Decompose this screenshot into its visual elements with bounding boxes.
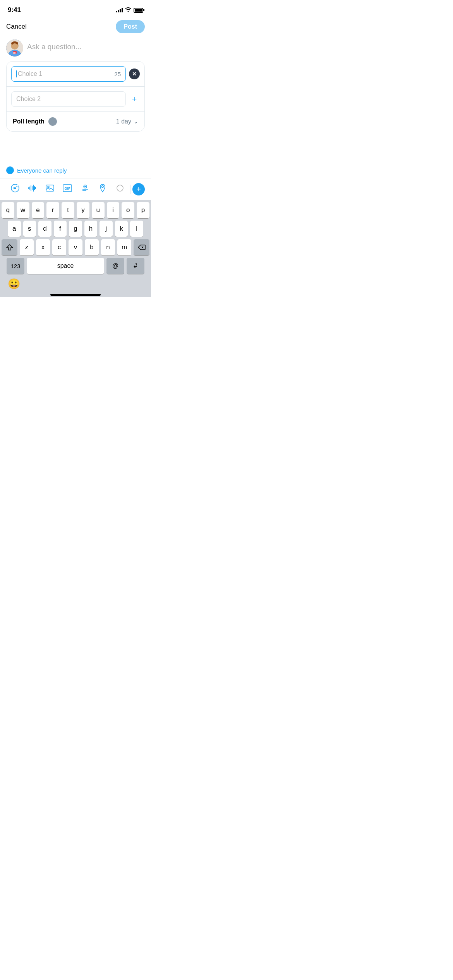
location-button[interactable] [94,182,111,196]
backspace-key[interactable] [134,239,149,255]
key-r[interactable]: r [46,202,59,218]
gif-button[interactable]: GIF [59,183,76,195]
header: Cancel Post [0,17,151,36]
add-icon: + [136,185,141,193]
choice-1-label: Choice 1 [18,70,42,77]
svg-text:GIF: GIF [65,187,71,190]
x-icon: ✕ [132,71,137,77]
poll-length-row: Poll length 1 day ⌄ [7,112,144,131]
toolbar-add-button[interactable]: + [132,183,145,195]
poll-card: Choice 1 25 ✕ Choice 2 + Poll length 1 d… [6,61,145,132]
audio-waveform-button[interactable] [24,183,41,195]
reply-row: 🌐 Everyone can reply [0,163,151,178]
svg-rect-18 [35,187,36,189]
poll-length-dropdown[interactable]: 1 day ⌄ [116,118,138,125]
choice-1-container: Choice 1 25 ✕ [7,62,144,87]
svg-text:100: 100 [13,52,17,54]
keyboard-row-1: q w e r t y u i o p [0,200,151,218]
key-h[interactable]: h [84,221,98,237]
poll-button[interactable] [76,183,94,195]
signal-icon [116,8,123,12]
key-a[interactable]: a [8,221,21,237]
space-key[interactable]: space [27,258,104,274]
svg-point-27 [102,186,104,188]
svg-point-6 [12,43,17,49]
key-k[interactable]: k [115,221,128,237]
choice-1-input[interactable]: Choice 1 25 [11,66,126,82]
choice-2-placeholder: Choice 2 [16,96,41,103]
key-v[interactable]: v [69,239,82,255]
key-o[interactable]: o [122,202,134,218]
add-choice-button[interactable]: + [129,94,140,105]
choice-2-input[interactable]: Choice 2 [11,91,126,107]
svg-rect-16 [33,185,34,192]
key-d[interactable]: d [38,221,51,237]
status-bar: 9:41 [0,0,151,17]
keyboard-bottom-row: 123 space @ # [0,255,151,276]
cancel-button[interactable]: Cancel [6,21,27,32]
emoji-button[interactable]: 😀 [8,278,20,290]
voice-icon: + [11,184,19,194]
at-key[interactable]: @ [106,258,124,274]
avatar: 100 [6,39,23,57]
toolbar-divider [130,185,131,194]
key-t[interactable]: t [62,202,74,218]
key-j[interactable]: j [100,221,113,237]
globe-icon: 🌐 [6,166,14,174]
keyboard-row-2: a s d f g h j k l [0,218,151,237]
svg-rect-15 [32,186,33,190]
status-icons [116,7,143,13]
image-button[interactable] [41,183,59,195]
key-g[interactable]: g [69,221,82,237]
post-button[interactable]: Post [116,20,145,33]
key-s[interactable]: s [23,221,36,237]
question-input[interactable]: Ask a question... [27,39,145,51]
location-icon [99,184,106,194]
keyboard-row-3: z x c v b n m [0,237,151,255]
hash-key[interactable]: # [127,258,144,274]
svg-rect-14 [31,185,31,191]
keyboard: q w e r t y u i o p a s d f g h j k l z … [0,200,151,297]
gif-icon: GIF [63,184,72,194]
key-m[interactable]: m [117,239,131,255]
shift-key[interactable] [2,239,17,255]
text-cursor [16,70,17,77]
svg-text:+: + [16,185,17,188]
wifi-icon [125,7,131,13]
key-e[interactable]: e [32,202,45,218]
poll-icon [81,184,89,194]
waveform-icon [28,185,37,194]
key-y[interactable]: y [77,202,89,218]
numbers-key[interactable]: 123 [7,258,24,274]
key-f[interactable]: f [54,221,67,237]
circle-icon [116,184,124,194]
key-b[interactable]: b [85,239,99,255]
remove-choice-button[interactable]: ✕ [129,69,140,79]
key-i[interactable]: i [107,202,120,218]
poll-length-label: Poll length [13,118,45,125]
key-c[interactable]: c [52,239,66,255]
key-u[interactable]: u [92,202,105,218]
battery-icon [134,8,143,13]
poll-length-dot [48,117,57,126]
char-count: 25 [114,71,121,77]
key-l[interactable]: l [130,221,143,237]
key-p[interactable]: p [137,202,149,218]
key-n[interactable]: n [101,239,115,255]
reply-text[interactable]: Everyone can reply [17,167,67,174]
svg-rect-17 [34,186,35,190]
media-mic-button[interactable]: + [6,182,24,196]
key-x[interactable]: x [36,239,50,255]
key-w[interactable]: w [17,202,29,218]
compose-area: 100 Ask a question... [0,36,151,60]
circle-button[interactable] [112,183,129,195]
home-indicator-area [0,291,151,297]
svg-rect-13 [29,187,30,190]
svg-rect-12 [28,187,29,189]
choice-2-container: Choice 2 + [7,87,144,112]
key-z[interactable]: z [20,239,34,255]
image-icon [46,184,54,194]
key-q[interactable]: q [2,202,14,218]
chevron-down-icon: ⌄ [134,118,138,125]
choice-1-text: Choice 1 [16,70,42,77]
